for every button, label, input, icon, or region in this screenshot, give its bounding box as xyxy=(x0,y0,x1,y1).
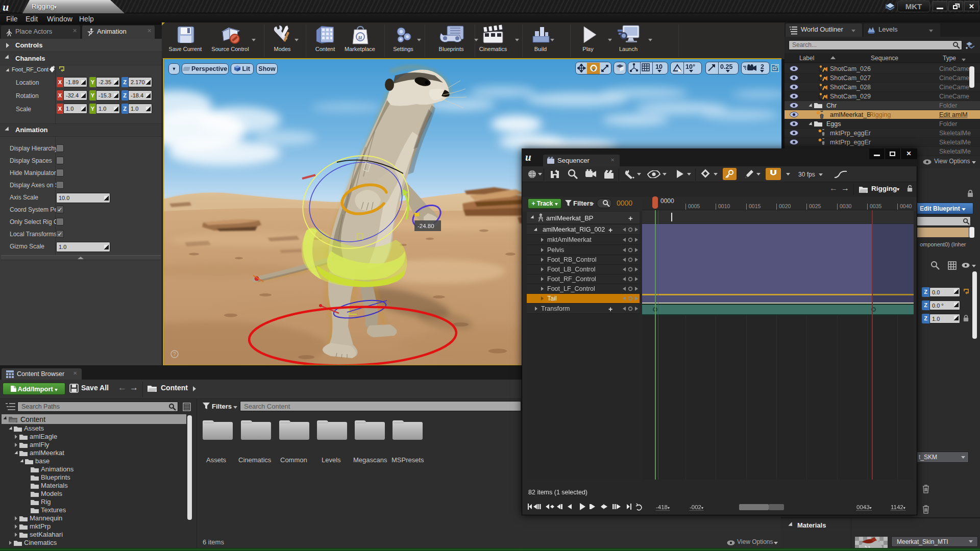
svg-text:u: u xyxy=(358,33,362,41)
svg-text:-24.80: -24.80 xyxy=(418,223,434,229)
svg-text:u: u xyxy=(525,151,531,163)
svg-text:?: ? xyxy=(173,352,176,357)
svg-text:u: u xyxy=(3,1,9,13)
